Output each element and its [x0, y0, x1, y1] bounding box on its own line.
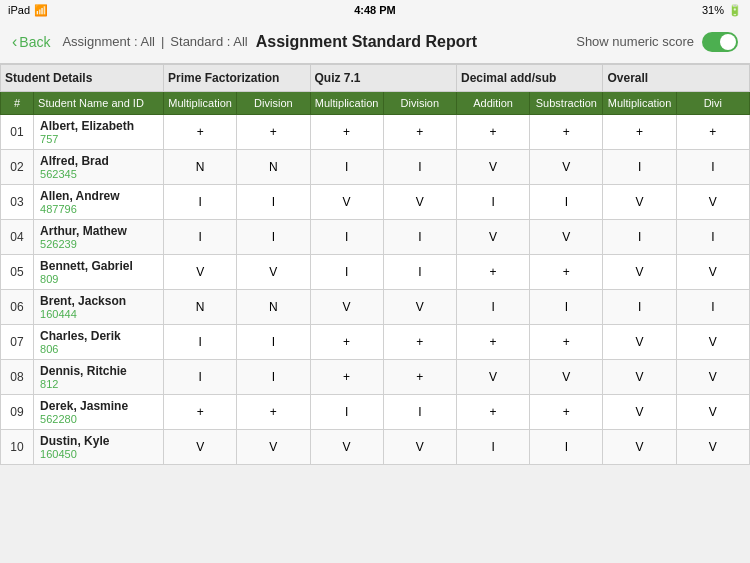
cell-score: V — [603, 255, 676, 290]
cell-score: I — [237, 360, 310, 395]
cell-score: I — [310, 220, 383, 255]
cell-score: I — [676, 290, 749, 325]
table-body: 01Albert, Elizabeth757++++++++02Alfred, … — [1, 115, 750, 465]
wifi-icon: 📶 — [34, 4, 48, 17]
student-id: 812 — [40, 378, 157, 390]
cell-student-info[interactable]: Alfred, Brad562345 — [34, 150, 164, 185]
back-chevron-icon: ‹ — [12, 33, 17, 51]
cell-score: I — [310, 150, 383, 185]
cell-score: I — [676, 150, 749, 185]
cell-row-num: 07 — [1, 325, 34, 360]
student-name: Allen, Andrew — [40, 189, 157, 203]
back-button[interactable]: ‹ Back — [12, 33, 50, 51]
student-name: Arthur, Mathew — [40, 224, 157, 238]
cell-score: + — [456, 255, 529, 290]
cell-score: V — [237, 430, 310, 465]
cell-row-num: 10 — [1, 430, 34, 465]
student-id: 562345 — [40, 168, 157, 180]
cell-score: I — [164, 220, 237, 255]
student-name: Alfred, Brad — [40, 154, 157, 168]
table-row: 05Bennett, Gabriel809VVII++VV — [1, 255, 750, 290]
cell-score: N — [164, 290, 237, 325]
col-header-div2: Division — [383, 92, 456, 115]
cell-score: I — [237, 185, 310, 220]
cell-row-num: 05 — [1, 255, 34, 290]
cell-student-info[interactable]: Derek, Jasmine562280 — [34, 395, 164, 430]
toggle-label: Show numeric score — [576, 34, 694, 49]
cell-score: V — [676, 325, 749, 360]
cell-score: I — [164, 325, 237, 360]
student-name: Derek, Jasmine — [40, 399, 157, 413]
cell-score: V — [310, 430, 383, 465]
cell-score: I — [603, 290, 676, 325]
cell-score: I — [530, 430, 603, 465]
student-id: 487796 — [40, 203, 157, 215]
cell-row-num: 09 — [1, 395, 34, 430]
cell-score: I — [603, 220, 676, 255]
cell-score: + — [310, 360, 383, 395]
cell-score: V — [603, 430, 676, 465]
cell-row-num: 04 — [1, 220, 34, 255]
student-id: 160444 — [40, 308, 157, 320]
table-row: 10Dustin, Kyle160450VVVVIIVV — [1, 430, 750, 465]
cell-student-info[interactable]: Albert, Elizabeth757 — [34, 115, 164, 150]
status-time: 4:48 PM — [354, 4, 396, 16]
cell-student-info[interactable]: Allen, Andrew487796 — [34, 185, 164, 220]
cell-score: I — [310, 395, 383, 430]
cell-student-info[interactable]: Charles, Derik806 — [34, 325, 164, 360]
col-header-mult1: Multiplication — [164, 92, 237, 115]
cell-score: I — [310, 255, 383, 290]
cell-score: I — [237, 220, 310, 255]
student-name: Dennis, Ritchie — [40, 364, 157, 378]
cell-score: V — [603, 360, 676, 395]
cell-student-info[interactable]: Dustin, Kyle160450 — [34, 430, 164, 465]
cell-score: + — [530, 115, 603, 150]
cell-student-info[interactable]: Brent, Jackson160444 — [34, 290, 164, 325]
back-label[interactable]: Back — [19, 34, 50, 50]
battery-icon: 🔋 — [728, 4, 742, 17]
cell-score: I — [456, 290, 529, 325]
col-header-div3: Divi — [676, 92, 749, 115]
cell-score: + — [237, 395, 310, 430]
breadcrumb-assignment[interactable]: Assignment : All — [62, 34, 155, 49]
cell-student-info[interactable]: Bennett, Gabriel809 — [34, 255, 164, 290]
cell-score: V — [603, 325, 676, 360]
cell-score: + — [530, 325, 603, 360]
breadcrumb-standard[interactable]: Standard : All — [170, 34, 247, 49]
cell-row-num: 01 — [1, 115, 34, 150]
cell-score: V — [530, 220, 603, 255]
cell-row-num: 02 — [1, 150, 34, 185]
cell-student-info[interactable]: Dennis, Ritchie812 — [34, 360, 164, 395]
cell-score: V — [456, 150, 529, 185]
numeric-score-toggle[interactable] — [702, 32, 738, 52]
nav-right: Show numeric score — [576, 32, 738, 52]
cell-score: N — [237, 150, 310, 185]
battery-label: 31% — [702, 4, 724, 16]
col-header-div1: Division — [237, 92, 310, 115]
cell-score: I — [603, 150, 676, 185]
cell-score: + — [676, 115, 749, 150]
col-header-name: Student Name and ID — [34, 92, 164, 115]
cell-score: + — [456, 115, 529, 150]
cell-score: I — [530, 185, 603, 220]
cell-score: I — [530, 290, 603, 325]
cell-score: V — [603, 185, 676, 220]
col-header-substraction: Substraction — [530, 92, 603, 115]
cell-score: I — [164, 185, 237, 220]
table-row: 07Charles, Derik806II++++VV — [1, 325, 750, 360]
page-title: Assignment Standard Report — [256, 33, 477, 51]
cell-row-num: 03 — [1, 185, 34, 220]
table-row: 06Brent, Jackson160444NNVVIIII — [1, 290, 750, 325]
cell-score: I — [383, 150, 456, 185]
cell-score: + — [383, 325, 456, 360]
col-header-row: # Student Name and ID Multiplication Div… — [1, 92, 750, 115]
cell-score: + — [603, 115, 676, 150]
cell-score: V — [676, 360, 749, 395]
cell-row-num: 08 — [1, 360, 34, 395]
cell-score: I — [383, 395, 456, 430]
cell-score: V — [383, 185, 456, 220]
cell-score: + — [310, 325, 383, 360]
student-id: 562280 — [40, 413, 157, 425]
cell-score: I — [456, 430, 529, 465]
cell-student-info[interactable]: Arthur, Mathew526239 — [34, 220, 164, 255]
